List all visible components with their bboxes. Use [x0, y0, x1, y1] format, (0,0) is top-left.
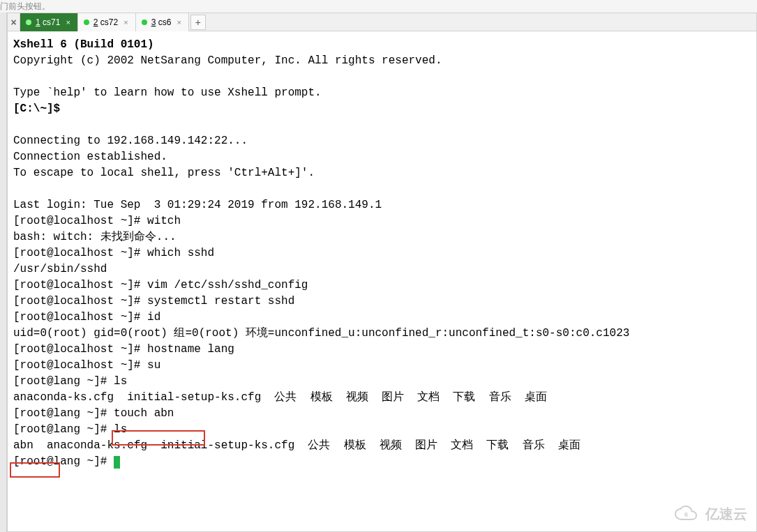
terminal-line: [root@localhost ~]# su — [13, 358, 752, 374]
terminal-line — [13, 117, 752, 133]
terminal-line: Xshell 6 (Build 0101) — [13, 37, 752, 53]
terminal-line: [root@lang ~]# ls — [13, 374, 752, 390]
tab-cs71[interactable]: 1 cs71 × — [20, 13, 78, 31]
tab-number: 2 cs72 — [93, 17, 118, 27]
status-dot-icon — [26, 20, 31, 25]
terminal-line: bash: witch: 未找到命令... — [13, 229, 752, 245]
terminal-line: Copyright (c) 2002 NetSarang Computer, I… — [13, 53, 752, 69]
terminal-line: Connecting to 192.168.149.142:22... — [13, 133, 752, 149]
tab-cs6[interactable]: 3 cs6 × — [136, 13, 189, 31]
app-window: × 1 cs71 × 2 cs72 × 3 cs6 × + Xshell 6 (… — [7, 13, 757, 532]
terminal-line: abn anaconda-ks.cfg initial-setup-ks.cfg… — [13, 438, 752, 454]
terminal-line: Last login: Tue Sep 3 01:29:24 2019 from… — [13, 197, 752, 213]
tabs-close-all[interactable]: × — [8, 13, 20, 31]
terminal-line: [root@lang ~]# — [13, 454, 752, 470]
tab-close-icon[interactable]: × — [122, 18, 129, 26]
terminal-line: Type `help' to learn how to use Xshell p… — [13, 85, 752, 101]
terminal-output[interactable]: Xshell 6 (Build 0101)Copyright (c) 2002 … — [8, 31, 756, 474]
cursor-icon — [114, 456, 120, 469]
terminal-line: [C:\~]$ — [13, 101, 752, 117]
terminal-line: anaconda-ks.cfg initial-setup-ks.cfg 公共 … — [13, 390, 752, 406]
tab-cs72[interactable]: 2 cs72 × — [78, 13, 136, 31]
terminal-line: Connection established. — [13, 149, 752, 165]
terminal-line: [root@lang ~]# ls — [13, 422, 752, 438]
terminal-line: [root@localhost ~]# id — [13, 310, 752, 326]
page-hint-text: 门前头按钮。 — [0, 0, 757, 13]
tab-add-button[interactable]: + — [190, 15, 206, 30]
tab-bar: × 1 cs71 × 2 cs72 × 3 cs6 × + — [8, 13, 756, 31]
terminal-line: To escape to local shell, press 'Ctrl+Al… — [13, 165, 752, 181]
tab-number: 1 cs71 — [36, 17, 60, 27]
terminal-line: [root@localhost ~]# hostname lang — [13, 342, 752, 358]
status-dot-icon — [84, 20, 89, 25]
tab-close-icon[interactable]: × — [64, 18, 71, 26]
left-gutter — [0, 13, 7, 532]
terminal-line: [root@localhost ~]# witch — [13, 213, 752, 229]
terminal-line: [root@localhost ~]# vim /etc/ssh/sshd_co… — [13, 278, 752, 294]
terminal-line — [13, 181, 752, 197]
terminal-line: uid=0(root) gid=0(root) 组=0(root) 环境=unc… — [13, 326, 752, 342]
tab-close-icon[interactable]: × — [175, 18, 182, 26]
tab-number: 3 cs6 — [151, 17, 172, 27]
terminal-line: /usr/sbin/sshd — [13, 261, 752, 278]
status-dot-icon — [142, 20, 147, 25]
terminal-line: [root@localhost ~]# systemctl restart ss… — [13, 294, 752, 310]
terminal-line: [root@localhost ~]# which sshd — [13, 245, 752, 261]
terminal-line — [13, 69, 752, 85]
terminal-line: [root@lang ~]# touch abn — [13, 406, 752, 422]
